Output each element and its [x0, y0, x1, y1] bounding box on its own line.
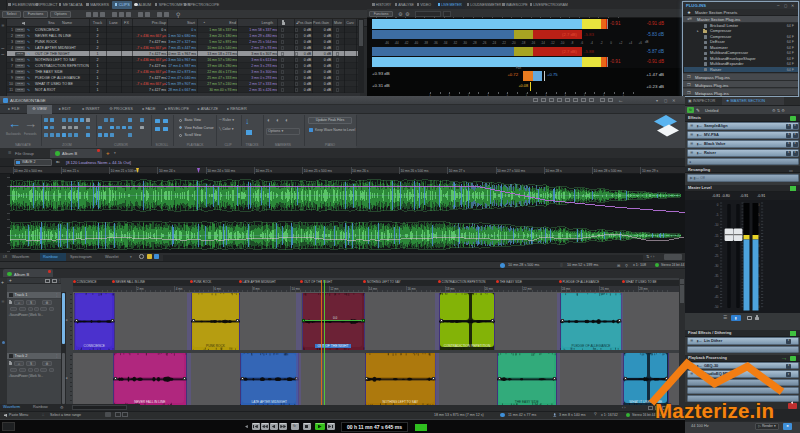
- svg-text:-10: -10: [714, 223, 719, 227]
- svg-text:-50: -50: [714, 305, 719, 309]
- svg-text:-35: -35: [714, 274, 719, 278]
- svg-text:-25: -25: [714, 254, 719, 258]
- svg-text:-45: -45: [714, 295, 719, 299]
- svg-text:-20: -20: [714, 244, 719, 248]
- svg-text:Mazterize.in: Mazterize.in: [655, 399, 774, 422]
- svg-text:-40: -40: [714, 285, 719, 289]
- svg-text:-30: -30: [714, 264, 719, 268]
- svg-text:-15: -15: [714, 234, 719, 238]
- svg-text:-5: -5: [716, 213, 719, 217]
